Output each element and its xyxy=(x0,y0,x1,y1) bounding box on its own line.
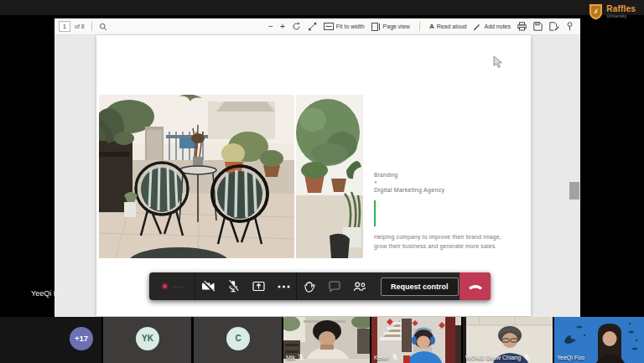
record-dot-icon xyxy=(161,283,169,290)
avatar-c: C xyxy=(226,327,250,350)
patio-photo-right xyxy=(296,95,363,258)
rotate-icon[interactable] xyxy=(292,22,301,31)
participant-tile-kevin[interactable]: Kevin xyxy=(371,317,461,363)
page-view-icon xyxy=(371,23,381,31)
fit-to-width-button[interactable]: Fit to width xyxy=(324,23,365,30)
hang-up-button[interactable] xyxy=(460,272,491,300)
doc-heading-line1: Branding xyxy=(374,172,517,178)
doc-heading-line3: Digital Marketing Agency xyxy=(374,187,517,193)
more-options-icon xyxy=(278,285,290,288)
chat-button[interactable] xyxy=(322,272,347,300)
participant-tile-c[interactable]: C xyxy=(194,317,282,363)
page-view-button[interactable]: Page view xyxy=(371,23,410,31)
mic-off-button[interactable] xyxy=(221,272,246,300)
save-icon[interactable] xyxy=(533,22,543,31)
page-number-input[interactable]: 1 xyxy=(59,21,70,32)
participant-tile-mik[interactable]: Mik xyxy=(283,317,370,363)
participant-name: WONG Shaw Chiang xyxy=(465,355,521,360)
teams-meeting-screen: Raffles University 1 of 8 − + xyxy=(0,0,644,363)
record-timer: --:-- xyxy=(173,284,183,289)
participants-icon xyxy=(353,282,366,292)
mouse-cursor xyxy=(493,55,503,69)
green-accent-line xyxy=(374,200,376,226)
participant-tile-yeeqi[interactable]: YeeQi Foo xyxy=(554,317,644,363)
raise-hand-button[interactable] xyxy=(297,272,322,300)
print-icon[interactable] xyxy=(517,22,527,31)
participant-name: Mik xyxy=(286,355,295,360)
pdf-scrollbar-thumb[interactable] xyxy=(569,182,579,200)
patio-photo-left xyxy=(99,95,294,258)
more-options-button[interactable] xyxy=(271,272,296,300)
raise-hand-icon xyxy=(304,280,315,293)
participant-filmstrip: +17 YK C xyxy=(0,317,644,363)
participant-name: Kevin xyxy=(374,355,389,360)
mic-off-icon xyxy=(298,354,304,360)
logo-title: Raffles xyxy=(606,5,636,13)
window-top-strip xyxy=(0,0,644,15)
participant-tile-wong[interactable]: WONG Shaw Chiang xyxy=(463,317,553,363)
pin-toolbar-icon[interactable] xyxy=(566,22,574,31)
hang-up-icon xyxy=(468,283,483,290)
mic-off-icon xyxy=(227,280,239,293)
avatar-yk: YK xyxy=(136,327,159,350)
participant-name: YeeQi Foo xyxy=(557,355,584,360)
fit-to-page-icon[interactable] xyxy=(308,22,317,31)
document-photo xyxy=(99,95,363,258)
doc-heading-line2: + xyxy=(374,179,517,185)
presenter-name-label: YeeQi Foo xyxy=(31,289,66,298)
raffles-university-logo: Raffles University xyxy=(589,3,636,20)
camera-off-button[interactable] xyxy=(195,272,221,300)
read-aloud-button[interactable]: A Read aloud xyxy=(429,23,467,30)
overflow-count-badge: +17 xyxy=(70,327,93,350)
zoom-out-button[interactable]: − xyxy=(268,23,273,31)
call-control-bar: --:-- xyxy=(149,272,491,300)
camera-off-icon xyxy=(201,281,216,292)
mic-off-icon xyxy=(523,354,530,360)
pen-icon xyxy=(473,23,481,31)
pdf-toolbar: 1 of 8 − + xyxy=(55,18,580,35)
participants-button[interactable] xyxy=(347,272,372,300)
mic-off-icon xyxy=(392,354,398,360)
participant-tile-yk[interactable]: YK xyxy=(103,317,191,363)
toolbar-divider xyxy=(419,22,420,31)
document-heading-block: Branding + Digital Marketing Agency xyxy=(374,172,517,193)
toolbar-divider xyxy=(91,22,92,31)
page-count-label: of 8 xyxy=(75,23,85,29)
request-control-button[interactable]: Request control xyxy=(381,277,459,296)
add-notes-button[interactable]: Add notes xyxy=(473,23,511,31)
search-icon[interactable] xyxy=(99,23,107,31)
save-as-icon[interactable] xyxy=(549,22,559,31)
shield-icon xyxy=(589,3,603,20)
chat-icon xyxy=(329,281,340,292)
recording-indicator: --:-- xyxy=(149,272,195,300)
zoom-in-button[interactable]: + xyxy=(280,23,285,31)
fit-width-icon xyxy=(324,23,334,30)
overflow-participants-tile[interactable]: +17 xyxy=(0,317,101,363)
share-screen-button[interactable] xyxy=(246,272,271,300)
logo-subtitle: University xyxy=(606,14,636,19)
share-screen-icon xyxy=(252,281,265,292)
document-description: Helping company to improve their brand i… xyxy=(374,232,521,251)
